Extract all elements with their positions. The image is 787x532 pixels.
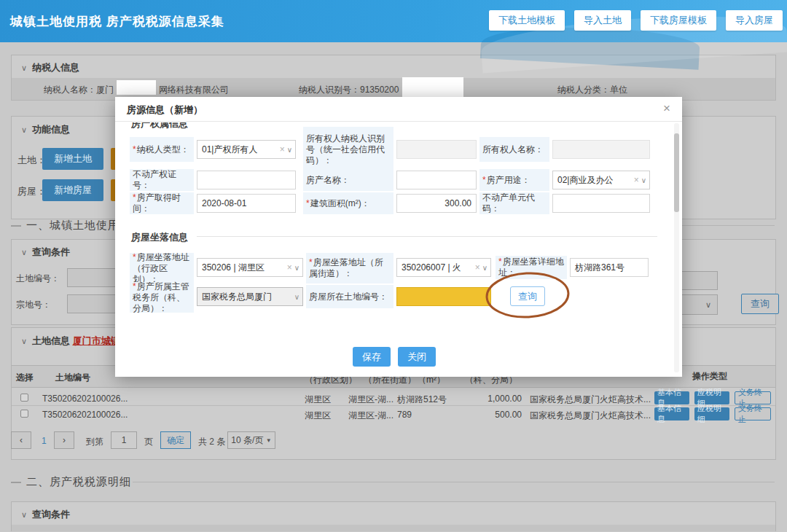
annotation-ellipse [482,269,573,321]
chevron-down-icon[interactable]: ∨ [641,176,646,184]
close-icon[interactable]: × [663,101,670,116]
clear-icon[interactable]: × [280,144,285,154]
location-section-title: 房屋坐落信息 [131,231,188,244]
chevron-down-icon[interactable]: ∨ [294,293,299,301]
taxpayer-panel-header: ∨纳税人信息 [21,61,79,74]
section-two-title: 二、房产税税源明细 [26,475,131,489]
cell-land-code: T350206202100026... [42,394,128,404]
modal-scrollbar-thumb[interactable] [674,133,679,212]
cell-area: 500.00 [452,410,522,420]
function-panel-title: 功能信息 [32,124,70,135]
pagination-goto-label: 到第 [86,436,103,448]
taxpayer-panel-title: 纳税人信息 [32,62,79,73]
row-checkbox[interactable] [20,410,28,418]
collapse-chevron-icon[interactable]: ∨ [21,337,27,345]
cell-street: 湖里区-湖... [348,410,394,422]
house-name-input[interactable] [396,171,477,189]
taxable-detail-button[interactable]: 应税明细 [694,407,729,420]
row-checkbox[interactable] [20,394,28,402]
basic-info-button[interactable]: 基本信息 [654,407,689,420]
taxpayer-name: 纳税人名称：厦门 [44,84,114,96]
estate-unit-code-label: 不动产单元代码： [479,192,549,214]
taxpayer-category: 纳税人分类：单位 [557,84,627,96]
collapse-chevron-icon[interactable]: ∨ [21,510,27,519]
close-button[interactable]: 关闭 [398,347,436,367]
house-use-value: 02|商业及办公 [557,174,632,187]
house-name-label: 房产名称： [303,169,394,191]
cell-area: 1,000.00 [452,394,522,404]
cell-office: 国家税务总局厦门火炬高技术... [530,394,651,406]
location-street-label: *房屋坐落地址（所属街道）： [306,253,394,283]
owner-name-label: 所有权人名称： [479,137,549,162]
clear-icon[interactable]: × [287,262,292,273]
cell-land-code: T350206202100026... [42,410,128,420]
col-select: 选择 [16,372,34,384]
terminate-duty-button[interactable]: 义务终止 [735,407,771,420]
page-title: 城镇土地使用税 房产税税源信息采集 [10,13,224,30]
download-land-template-button[interactable]: 下载土地模板 [489,10,565,31]
land-code-filter-label: 土地编号： [16,273,60,285]
land-search-button[interactable]: 查询 [741,294,779,314]
section-dash [11,225,21,227]
build-area-input[interactable]: 300.00 [396,194,477,213]
land-info-title: 土地信息 [32,335,70,346]
house-use-select[interactable]: 02|商业及办公 × ∨ [552,171,650,189]
land-query-header: ∨查询条件 [21,246,70,259]
location-admin-label: *房屋坐落地址（行政区划）： [130,253,194,283]
clear-icon[interactable]: × [634,175,639,185]
location-street-value: 350206007 | 火 [402,262,473,274]
owner-id-input[interactable] [396,140,477,159]
function-panel-header: ∨功能信息 [21,123,70,136]
download-house-template-button[interactable]: 下载房屋模板 [641,10,716,31]
pagination-confirm-button[interactable]: 确定 [160,431,191,449]
page-size-value: 10 条/页 [231,434,263,447]
taxpayer-id: 纳税人识别号：91350200 [299,84,399,96]
taxpayer-type-value: 01|产权所有人 [202,144,278,156]
owner-name-input[interactable] [552,140,650,159]
add-house-button[interactable]: 新增房屋 [42,179,103,201]
app-root: 城镇土地使用税 房产税税源信息采集 下载土地模板 导入土地 下载房屋模板 导入房… [0,0,787,532]
chevron-down-icon[interactable]: ∨ [294,264,299,272]
pagination-prev-button[interactable]: ‹ [11,431,31,449]
tax-office-select[interactable]: 国家税务总局厦门 ∨ [197,287,303,306]
collapse-chevron-icon[interactable]: ∨ [21,125,27,134]
estate-cert-label: 不动产权证号： [130,169,194,191]
location-admin-select[interactable]: 350206 | 湖里区 × ∨ [197,258,303,277]
caret-down-icon[interactable]: ▼ [266,437,272,444]
acquire-date-input[interactable]: 2020-08-01 [197,194,296,213]
collapse-chevron-icon[interactable]: ∨ [21,63,27,72]
modal-titlebar: 房源信息（新增） × [115,97,682,122]
cell-district: 湖里区 [305,410,331,422]
pagination-page-unit: 页 [144,436,153,448]
cell-street: 湖里区-湖... [348,394,394,406]
house-source-modal: 房源信息（新增） × 房产权属信息 *纳税人类型： 01|产权所有人 × ∨ 所… [115,97,682,377]
taxpayer-type-select[interactable]: 01|产权所有人 × ∨ [197,140,296,159]
import-land-button[interactable]: 导入土地 [574,10,631,31]
pagination-total: 共 2 条 [198,436,225,448]
pagination-goto-input[interactable]: 1 [111,431,137,449]
clear-icon[interactable]: × [475,262,480,273]
pagination-page-number[interactable]: 1 [42,436,47,446]
chevron-down-icon[interactable]: ∨ [287,146,292,154]
house-land-code-input-highlighted[interactable] [396,287,491,306]
house-use-label: *房产用途： [479,169,549,191]
pagination-next-button[interactable]: › [54,431,74,449]
tax-office-label: *房产所属主管税务所（科、分局）： [130,282,194,313]
cell-office: 国家税务总局厦门火炬高技术... [530,410,651,422]
owner-id-label: 所有权人纳税人识别号（统一社会信用代码）： [303,127,394,172]
taxpayer-type-label: *纳税人类型： [130,137,194,162]
location-detail-input[interactable]: 枋湖路361号 [570,258,649,277]
house-query-title: 查询条件 [32,509,70,520]
add-land-button[interactable]: 新增土地 [42,148,103,170]
tax-office-value: 国家税务总局厦门 [202,291,294,303]
estate-cert-input[interactable] [197,171,296,189]
import-house-button[interactable]: 导入房屋 [726,10,783,31]
collapse-chevron-icon[interactable]: ∨ [21,248,27,257]
save-button[interactable]: 保存 [353,347,391,367]
page-size-select[interactable]: 10 条/页 ▼ [227,431,275,449]
estate-unit-code-input[interactable] [552,194,650,213]
house-query-content [12,525,775,531]
chevron-down-icon[interactable]: ∨ [705,300,711,310]
land-query-title: 查询条件 [32,246,70,257]
location-street-select[interactable]: 350206007 | 火 × ∨ [396,258,491,277]
